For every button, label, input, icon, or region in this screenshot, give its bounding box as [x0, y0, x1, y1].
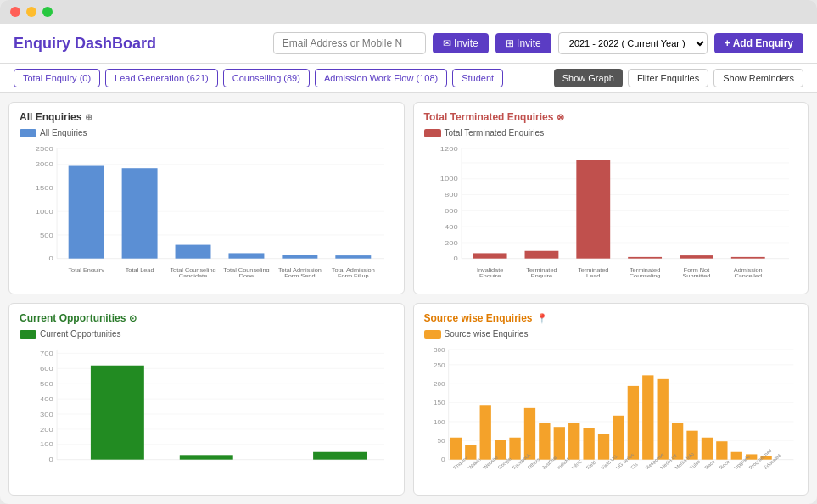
add-enquiry-button[interactable]: + Add Enquiry — [714, 33, 803, 53]
show-graph-button[interactable]: Show Graph — [554, 69, 623, 87]
svg-rect-104 — [539, 423, 550, 460]
tab-counselling[interactable]: Counselling (89) — [223, 69, 310, 87]
svg-rect-15 — [122, 168, 158, 258]
svg-rect-111 — [642, 375, 653, 459]
search-input[interactable] — [273, 32, 426, 54]
svg-rect-99 — [465, 445, 476, 460]
svg-text:200: 200 — [445, 238, 458, 246]
svg-rect-105 — [553, 427, 564, 459]
svg-text:Admission: Admission — [733, 266, 762, 272]
show-reminders-button[interactable]: Show Reminders — [713, 69, 803, 87]
year-select[interactable]: 2021 - 2022 ( Current Year ) — [558, 32, 708, 54]
page-content: Enquiry DashBoard ✉ Invite ⊞ Invite 2021… — [0, 24, 817, 504]
minimize-dot[interactable] — [26, 7, 36, 17]
svg-rect-110 — [627, 386, 638, 460]
close-dot[interactable] — [10, 7, 20, 17]
svg-text:0: 0 — [49, 255, 53, 262]
svg-rect-103 — [523, 408, 534, 460]
source-legend-color — [424, 330, 441, 339]
svg-text:100: 100 — [40, 440, 53, 448]
svg-text:Enquire: Enquire — [530, 273, 551, 279]
terminated-enquiries-card: Total Terminated Enquiries ⊗ Total Termi… — [413, 102, 809, 294]
svg-text:200: 200 — [433, 380, 445, 387]
terminated-enquiries-chart: 0 200 400 600 800 1000 1200 Invalidate E… — [424, 141, 798, 285]
email-invite-button[interactable]: ✉ Invite — [433, 33, 489, 53]
svg-text:Candidate: Candidate — [179, 273, 208, 278]
current-opportunities-title: Current Opportunities ⊙ — [20, 312, 394, 324]
svg-text:700: 700 — [40, 350, 53, 357]
svg-rect-115 — [701, 438, 712, 460]
opportunities-legend-color — [20, 330, 36, 339]
svg-rect-102 — [509, 438, 520, 460]
svg-rect-20 — [228, 253, 264, 258]
svg-rect-26 — [335, 255, 371, 259]
svg-text:Invalidate: Invalidate — [476, 266, 503, 272]
svg-text:Terminated: Terminated — [578, 266, 608, 272]
svg-text:800: 800 — [445, 191, 458, 199]
svg-rect-13 — [69, 166, 104, 259]
main-window: Enquiry DashBoard ✉ Invite ⊞ Invite 2021… — [0, 0, 817, 504]
svg-rect-117 — [730, 452, 741, 460]
svg-text:1000: 1000 — [439, 175, 457, 182]
svg-rect-109 — [613, 416, 624, 460]
svg-text:Terminated: Terminated — [526, 266, 557, 272]
tab-student[interactable]: Student — [452, 69, 503, 87]
svg-text:Enquire: Enquire — [478, 273, 500, 279]
svg-text:Field: Field — [585, 460, 596, 470]
svg-text:0: 0 — [453, 255, 457, 262]
svg-text:InfoC: InfoC — [570, 459, 583, 470]
svg-text:Total Lead: Total Lead — [126, 266, 154, 272]
tab-admission-workflow[interactable]: Admission Work Flow (108) — [315, 69, 447, 87]
svg-text:Form Fillup: Form Fillup — [338, 273, 369, 279]
svg-rect-54 — [628, 257, 662, 259]
terminated-enquiries-title: Total Terminated Enquiries ⊗ — [424, 111, 798, 123]
svg-rect-45 — [473, 253, 506, 258]
svg-text:Cls: Cls — [630, 462, 639, 470]
svg-text:Lead: Lead — [586, 273, 601, 278]
source-wise-chart: 0 50 100 150 200 250 300 — [424, 342, 798, 486]
page-title: Enquiry DashBoard — [14, 35, 156, 53]
current-opportunities-card: Current Opportunities ⊙ Current Opportun… — [8, 303, 405, 496]
svg-text:Submitted: Submitted — [682, 273, 710, 278]
svg-text:250: 250 — [433, 361, 445, 368]
svg-rect-80 — [91, 366, 144, 460]
maximize-dot[interactable] — [42, 7, 53, 17]
svg-rect-82 — [313, 452, 367, 460]
svg-text:Done: Done — [239, 273, 255, 278]
svg-rect-100 — [479, 405, 490, 459]
filter-enquiries-button[interactable]: Filter Enquiries — [628, 69, 708, 87]
svg-rect-116 — [716, 441, 727, 459]
sms-invite-button[interactable]: ⊞ Invite — [495, 33, 551, 53]
tab-total-enquiry[interactable]: Total Enquiry (0) — [14, 69, 100, 87]
source-wise-title: Source wise Enquiries 📍 — [424, 312, 798, 324]
svg-text:300: 300 — [433, 346, 445, 353]
svg-text:1500: 1500 — [36, 184, 53, 192]
all-enquiries-chart: 0 500 1000 1500 2000 2500 Total Enquiry … — [20, 141, 394, 285]
svg-text:Race: Race — [703, 459, 716, 470]
tabs-bar: Total Enquiry (0) Lead Generation (621) … — [0, 64, 817, 93]
svg-text:500: 500 — [40, 231, 53, 238]
svg-text:Form Send: Form Send — [284, 273, 315, 278]
all-enquiries-legend-color — [20, 129, 36, 137]
svg-rect-17 — [176, 245, 211, 259]
svg-text:1000: 1000 — [36, 208, 53, 216]
svg-rect-106 — [568, 423, 579, 460]
tab-actions: Show Graph Filter Enquiries Show Reminde… — [554, 69, 803, 87]
svg-text:2000: 2000 — [36, 160, 53, 168]
svg-text:300: 300 — [40, 410, 53, 417]
svg-text:Cancelled: Cancelled — [734, 273, 762, 278]
tab-lead-generation[interactable]: Lead Generation (621) — [105, 69, 218, 87]
svg-rect-57 — [680, 255, 713, 259]
svg-text:Roce: Roce — [718, 459, 730, 470]
terminated-legend-color — [424, 129, 441, 137]
all-enquiries-title: All Enquiries ⊕ — [20, 111, 394, 123]
svg-text:500: 500 — [40, 380, 53, 388]
svg-rect-60 — [730, 257, 764, 259]
svg-text:Total Admission: Total Admission — [278, 266, 322, 272]
svg-rect-98 — [450, 438, 461, 460]
header: Enquiry DashBoard ✉ Invite ⊞ Invite 2021… — [0, 24, 817, 64]
charts-grid: All Enquiries ⊕ All Enquiries — [0, 93, 817, 504]
svg-text:400: 400 — [40, 395, 53, 402]
svg-rect-107 — [583, 428, 594, 460]
svg-text:Form Not: Form Not — [683, 266, 709, 272]
